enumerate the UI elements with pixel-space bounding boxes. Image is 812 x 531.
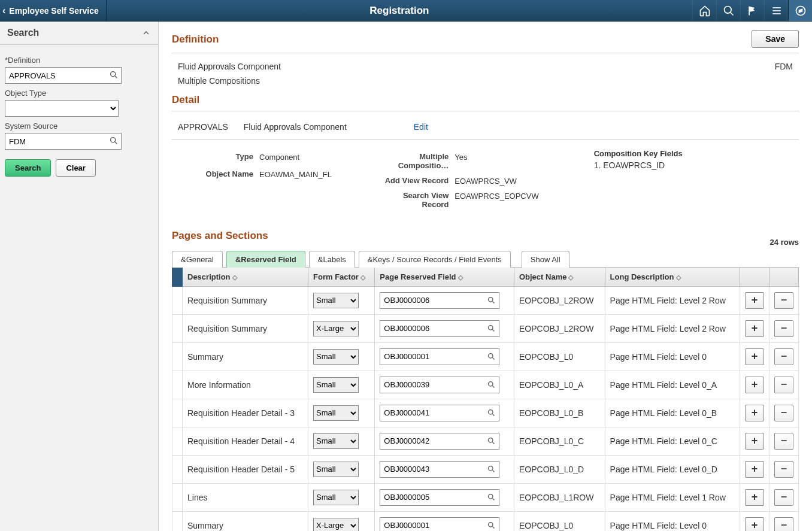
add-row-button[interactable]: + <box>745 461 764 478</box>
add-row-button[interactable]: + <box>745 377 764 393</box>
form-factor-select[interactable]: Small <box>313 490 359 505</box>
cell-add: + <box>740 314 769 342</box>
row-handle[interactable] <box>172 511 183 531</box>
cell-object-name: EOPCOBJ_L0 <box>514 511 605 531</box>
svg-line-1 <box>730 12 733 15</box>
search-icon[interactable] <box>716 0 740 21</box>
tab-general[interactable]: &General <box>172 251 223 268</box>
form-factor-select[interactable]: Small <box>313 405 359 421</box>
row-handle[interactable] <box>172 342 183 371</box>
col-form-factor[interactable]: Form Factor◇ <box>308 267 375 286</box>
reserved-field-input[interactable] <box>380 433 499 450</box>
clear-button[interactable]: Clear <box>56 159 96 177</box>
remove-row-button[interactable]: − <box>774 517 793 531</box>
remove-row-button[interactable]: − <box>774 405 793 421</box>
remove-row-button[interactable]: − <box>774 461 793 478</box>
add-row-button[interactable]: + <box>745 405 764 421</box>
tab-reserved-field[interactable]: &Reserved Field <box>226 251 305 268</box>
reserved-field-input[interactable] <box>380 292 499 309</box>
row-handle[interactable] <box>172 371 183 399</box>
col-reserved-field[interactable]: Page Reserved Field◇ <box>375 267 514 286</box>
col-object-name[interactable]: Object Name◇ <box>514 267 605 286</box>
form-factor-select[interactable]: Small <box>313 433 359 449</box>
row-handle[interactable] <box>172 483 183 511</box>
remove-row-button[interactable]: − <box>774 320 793 337</box>
chevron-up-icon <box>141 28 151 38</box>
cell-form-factor: Small <box>308 427 375 455</box>
cell-description: Requisition Header Detail - 3 <box>183 399 308 427</box>
cell-remove: − <box>769 483 799 511</box>
lookup-icon[interactable] <box>109 136 119 145</box>
lookup-icon[interactable] <box>487 352 496 361</box>
add-row-button[interactable]: + <box>745 348 764 365</box>
row-handle[interactable] <box>172 286 183 314</box>
reserved-field-input[interactable] <box>380 489 499 506</box>
lookup-icon[interactable] <box>487 380 496 389</box>
tab-keys[interactable]: &Keys / Source Records / Field Events <box>359 251 511 268</box>
lookup-icon[interactable] <box>487 408 496 417</box>
form-factor-select[interactable]: Small <box>313 293 359 308</box>
cell-description: Requisition Header Detail - 5 <box>183 455 308 483</box>
compass-icon[interactable] <box>788 0 812 21</box>
back-button[interactable]: ‹ Employee Self Service <box>0 0 107 21</box>
row-handle[interactable] <box>172 399 183 427</box>
lookup-icon[interactable] <box>487 465 496 474</box>
reserved-field-input[interactable] <box>380 348 499 365</box>
reserved-field-input[interactable] <box>380 320 499 337</box>
col-long-description[interactable]: Long Description◇ <box>605 267 740 286</box>
type-value: Component <box>259 153 383 162</box>
remove-row-button[interactable]: − <box>774 348 793 365</box>
remove-row-button[interactable]: − <box>774 292 793 309</box>
reserved-field-input[interactable] <box>380 377 499 393</box>
form-factor-select[interactable]: Small <box>313 462 359 477</box>
cell-description: Summary <box>183 511 308 531</box>
grid-handle-header <box>172 267 183 286</box>
lookup-icon[interactable] <box>487 436 496 445</box>
multiple-compositions-label: Multiple Compositions <box>178 76 260 86</box>
lookup-icon[interactable] <box>487 493 496 502</box>
cell-object-name: EOPCOBJ_L1ROW <box>514 483 605 511</box>
object-type-select[interactable] <box>5 100 119 117</box>
add-row-button[interactable]: + <box>745 433 764 450</box>
detail-desc: Fluid Approvals Component <box>244 122 347 132</box>
remove-row-button[interactable]: − <box>774 433 793 450</box>
remove-row-button[interactable]: − <box>774 489 793 506</box>
add-row-button[interactable]: + <box>745 489 764 506</box>
search-header[interactable]: Search <box>0 22 158 45</box>
lookup-icon[interactable] <box>487 296 496 305</box>
row-handle[interactable] <box>172 427 183 455</box>
save-button[interactable]: Save <box>752 30 799 48</box>
tab-labels[interactable]: &Labels <box>309 251 355 268</box>
add-row-button[interactable]: + <box>745 292 764 309</box>
lookup-icon[interactable] <box>109 70 119 80</box>
row-handle[interactable] <box>172 314 183 342</box>
lookup-icon[interactable] <box>487 521 496 530</box>
search-button[interactable]: Search <box>5 159 51 177</box>
add-row-button[interactable]: + <box>745 320 764 337</box>
lookup-icon[interactable] <box>487 324 496 333</box>
row-handle[interactable] <box>172 455 183 483</box>
divider <box>172 53 799 53</box>
reserved-field-input[interactable] <box>380 405 499 421</box>
definition-input[interactable] <box>5 67 122 84</box>
system-source-input[interactable] <box>5 133 122 150</box>
flag-icon[interactable] <box>740 0 764 21</box>
tabs: &General &Reserved Field &Labels &Keys /… <box>172 250 799 267</box>
reserved-field-input[interactable] <box>380 461 499 478</box>
form-factor-select[interactable]: Small <box>313 349 359 365</box>
pages-section-title: Pages and Sections <box>172 230 268 242</box>
form-factor-select[interactable]: X-Large <box>313 321 359 336</box>
cell-remove: − <box>769 286 799 314</box>
home-icon[interactable] <box>692 0 716 21</box>
add-row-button[interactable]: + <box>745 517 764 531</box>
form-factor-select[interactable]: X-Large <box>313 518 359 531</box>
edit-link[interactable]: Edit <box>414 122 428 132</box>
menu-icon[interactable] <box>764 0 788 21</box>
cell-object-name: EOPCOBJ_L0 <box>514 342 605 371</box>
tab-show-all[interactable]: Show All <box>522 251 569 268</box>
col-description[interactable]: Description◇ <box>183 267 308 286</box>
remove-row-button[interactable]: − <box>774 377 793 393</box>
reserved-field-input[interactable] <box>380 517 499 531</box>
form-factor-select[interactable]: Small <box>313 377 359 393</box>
cell-long-description: Page HTML Field: Level 2 Row <box>605 314 740 342</box>
